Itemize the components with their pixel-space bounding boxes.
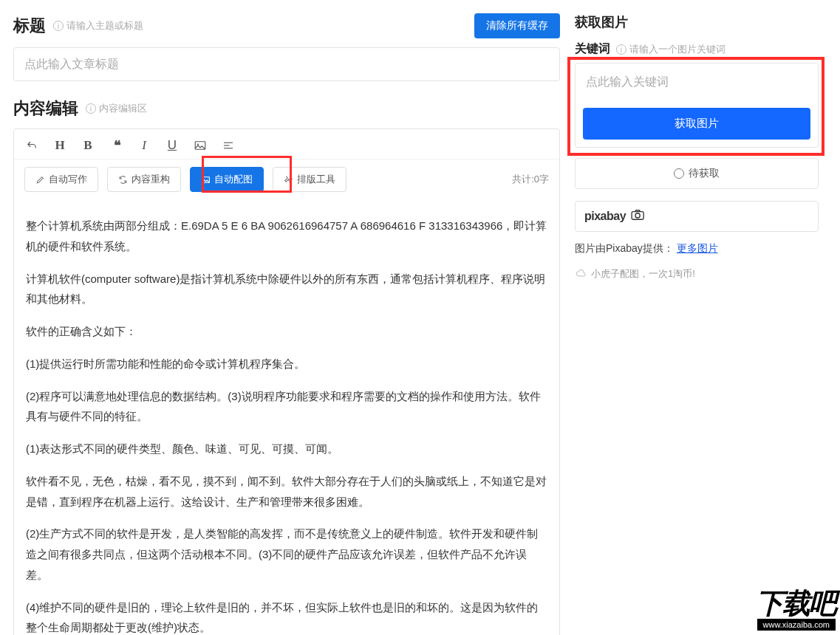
- taobi-text: 小虎子配图，一次1淘币!: [591, 267, 695, 281]
- image-credit: 图片由Pixabay提供： 更多图片: [575, 242, 819, 255]
- editor-box: H B ❝ I U 自动写作: [13, 128, 560, 635]
- heading-icon[interactable]: H: [52, 138, 67, 153]
- pending-button[interactable]: 待获取: [575, 158, 819, 189]
- title-header-row: 标题 i 请输入主题或标题 清除所有缓存: [13, 13, 560, 38]
- more-images-link[interactable]: 更多图片: [677, 242, 718, 254]
- watermark: 下载吧 www.xiazaiba.com: [756, 589, 836, 631]
- get-image-button[interactable]: 获取图片: [583, 108, 810, 140]
- title-hint: 请输入主题或标题: [66, 19, 143, 32]
- auto-image-label: 自动配图: [214, 173, 253, 186]
- layout-tool-label: 排版工具: [297, 173, 335, 186]
- pixabay-logo: pixabay: [584, 210, 626, 223]
- editor-paragraph: (2)程序可以满意地处理信息的数据结构。(3)说明程序功能要求和程序需要的文档的…: [26, 386, 547, 428]
- editor-paragraph: 软件的正确含义如下：: [26, 321, 547, 342]
- article-title-input[interactable]: [13, 47, 560, 81]
- format-toolbar: H B ❝ I U: [14, 129, 559, 159]
- bold-icon[interactable]: B: [81, 138, 95, 153]
- editor-paragraph: 软件看不见，无色，枯燥，看不见，摸不到，闻不到。软件大部分存在于人们的头脑或纸上…: [26, 471, 547, 512]
- editor-paragraph: 计算机软件(computer software)是指计算机系统中除硬件以外的所有…: [26, 269, 547, 310]
- editor-content[interactable]: 整个计算机系统由两部分组成：E.69DA 5 E 6 BA 9062616964…: [14, 202, 559, 635]
- image-icon[interactable]: [193, 138, 208, 153]
- italic-icon[interactable]: I: [137, 138, 151, 153]
- action-toolbar: 自动写作 内容重构 自动配图 排版工具 共计:0字: [14, 159, 559, 202]
- auto-write-button[interactable]: 自动写作: [24, 167, 98, 192]
- auto-image-button[interactable]: 自动配图: [190, 167, 264, 192]
- info-icon: i: [86, 103, 96, 114]
- editor-paragraph: 整个计算机系统由两部分组成：E.69DA 5 E 6 BA 9062616964…: [26, 216, 547, 257]
- sidebar: 获取图片 关键词 i 请输入一个图片关键词 获取图片 待获取 pixabay: [575, 13, 819, 635]
- keyword-label: 关键词: [575, 41, 610, 57]
- cloud-icon: [575, 268, 587, 281]
- content-header-row: 内容编辑 i 内容编辑区: [13, 97, 560, 120]
- quote-icon[interactable]: ❝: [109, 138, 123, 153]
- watermark-url: www.xiazaiba.com: [757, 619, 836, 631]
- credit-prefix: 图片由Pixabay提供：: [575, 242, 674, 254]
- editor-paragraph: (2)生产方式不同的软件是开发，是人类智能的高发挥，而不是传统意义上的硬件制造。…: [26, 524, 547, 585]
- keyword-block: 获取图片: [575, 63, 819, 148]
- editor-paragraph: (4)维护不同的硬件是旧的，理论上软件是旧的，并不坏，但实际上软件也是旧的和坏的…: [26, 597, 547, 636]
- content-label: 内容编辑: [13, 97, 78, 120]
- keyword-hint: 请输入一个图片关键词: [629, 43, 725, 56]
- info-icon: i: [53, 21, 64, 31]
- get-image-title: 获取图片: [575, 13, 628, 31]
- auto-write-label: 自动写作: [49, 173, 87, 186]
- keyword-input[interactable]: [576, 64, 818, 100]
- content-hint: 内容编辑区: [99, 102, 147, 115]
- pending-label: 待获取: [689, 167, 720, 180]
- svg-point-7: [635, 213, 640, 218]
- camera-icon: [630, 209, 646, 224]
- align-left-icon[interactable]: [221, 138, 236, 153]
- watermark-logo: 下载吧: [756, 589, 836, 617]
- info-icon: i: [616, 44, 626, 55]
- taobi-note: 小虎子配图，一次1淘币!: [575, 267, 819, 281]
- content-rebuild-label: 内容重构: [132, 173, 170, 186]
- char-count: 共计:0字: [512, 173, 549, 186]
- circle-icon: [674, 168, 684, 179]
- undo-icon[interactable]: [24, 138, 39, 153]
- clear-cache-button[interactable]: 清除所有缓存: [474, 13, 560, 38]
- main-column: 标题 i 请输入主题或标题 清除所有缓存 内容编辑 i 内容编辑区 H B: [13, 13, 560, 635]
- underline-icon[interactable]: U: [165, 138, 180, 153]
- title-label: 标题: [13, 15, 46, 37]
- editor-paragraph: (1)提供运行时所需功能和性能的命令或计算机程序集合。: [26, 354, 547, 374]
- content-rebuild-button[interactable]: 内容重构: [107, 167, 181, 192]
- editor-paragraph: (1)表达形式不同的硬件类型、颜色、味道、可见、可摸、可闻。: [26, 439, 547, 459]
- layout-tool-button[interactable]: 排版工具: [273, 167, 346, 192]
- pixabay-badge: pixabay: [575, 201, 819, 232]
